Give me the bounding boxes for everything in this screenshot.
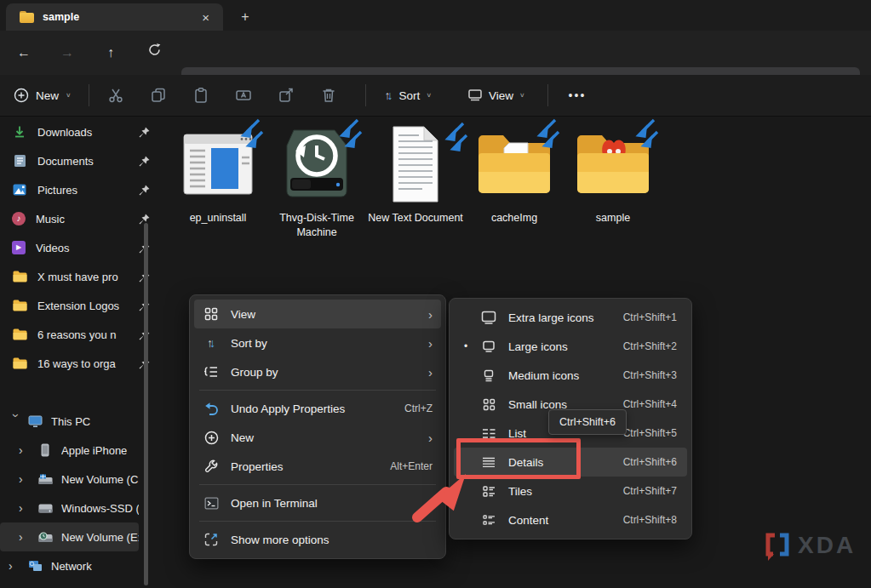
menu-item-new[interactable]: New › [194,423,441,452]
sidebar-pinned-section: Downloads Documents Pictures ♪ Music ▶ V… [12,117,153,378]
submenu-item-tiles[interactable]: Tiles Ctrl+Shift+7 [454,477,687,505]
menu-item-show-more-options[interactable]: Show more options [194,525,441,554]
refresh-button[interactable] [141,41,167,65]
sidebar-item-folder-3[interactable]: 6 reasons you n [12,320,153,349]
folder-icon [20,11,34,23]
file-new-text-document[interactable]: New Text Document [368,121,463,240]
tab-label: sample [43,11,197,23]
cut-icon [107,87,124,104]
chevron-collapsed-icon[interactable]: › [19,443,34,457]
folder-icon [467,121,562,208]
keyboard-shortcut-tooltip: Ctrl+Shift+6 [548,409,627,435]
folder-icon [565,121,661,208]
new-tab-button[interactable]: + [234,7,256,27]
xda-watermark: XDA [760,528,856,562]
music-icon: ♪ [12,212,26,225]
file-ep-uninstall[interactable]: ep_uninstall [170,121,266,240]
new-button[interactable]: New ∨ [0,80,83,111]
back-button[interactable]: ← [11,41,37,65]
compressed-icon [332,117,363,155]
small-icons-icon [480,396,497,413]
plus-circle-icon [203,429,220,446]
copy-button[interactable] [137,80,180,111]
sidebar-item-this-pc[interactable]: › This PC [0,407,139,436]
application-icon [170,121,266,208]
rename-icon [235,87,252,104]
chevron-expanded-icon[interactable]: › [9,414,23,429]
menu-item-sort-by[interactable]: ↑↓ Sort by › [194,328,441,357]
view-icon [467,88,483,103]
drive-icon [37,500,53,516]
chevron-collapsed-icon[interactable]: › [19,501,34,515]
sidebar-item-folder-2[interactable]: Extension Logos [12,291,153,320]
sidebar-scrollbar[interactable] [144,223,148,585]
submenu-item-large-icons[interactable]: • Large icons Ctrl+Shift+2 [454,332,687,361]
view-button[interactable]: View ∨ [454,80,539,111]
chevron-down-icon: ∨ [519,92,525,99]
file-name: sample [565,211,661,225]
up-button[interactable]: ↑ [98,41,123,65]
sidebar-item-music[interactable]: ♪ Music [12,204,153,233]
chevron-collapsed-icon[interactable]: › [19,472,34,486]
sort-icon: ↑↓ [385,88,393,102]
drive-e-icon [37,529,53,545]
command-bar: New ∨ [0,75,871,117]
xda-logo-brackets-icon [760,528,794,562]
share-button[interactable] [265,80,307,111]
menu-item-undo[interactable]: Undo Apply Properties Ctrl+Z [194,394,441,423]
file-thvg-disk-time-machine[interactable]: Thvg-Disk-Time Machine [269,121,364,240]
wrench-icon [203,458,220,475]
submenu-item-content[interactable]: Content Ctrl+Shift+8 [454,505,687,534]
sidebar-item-drive-c[interactable]: › New Volume (C:) [0,465,139,494]
sidebar-item-pictures[interactable]: Pictures [12,175,153,204]
shortcut-label: Ctrl+Shift+2 [623,340,677,352]
pin-icon [139,184,150,195]
menu-item-view[interactable]: View › [194,300,441,328]
menu-item-open-in-terminal[interactable]: Open in Terminal [194,488,441,517]
folder-sample[interactable]: sample [565,121,661,240]
sidebar-item-downloads[interactable]: Downloads [12,117,153,146]
sidebar-item-documents[interactable]: Documents [12,146,153,175]
shortcut-label: Ctrl+Shift+5 [623,427,677,439]
close-tab-icon[interactable]: × [197,10,215,25]
sort-button[interactable]: ↑↓ Sort ∨ [371,80,445,111]
cut-button[interactable] [95,80,137,111]
shortcut-label: Ctrl+Shift+4 [623,398,677,410]
chevron-collapsed-icon[interactable]: › [9,559,24,573]
sidebar-item-apple-iphone[interactable]: › Apple iPhone [0,436,139,465]
copy-icon [150,87,167,104]
sidebar-item-network[interactable]: › Network [0,551,139,580]
pictures-icon [12,182,27,197]
sidebar-item-drive-d[interactable]: › Windows-SSD (D [0,494,139,522]
paste-button[interactable] [180,80,222,111]
sidebar-item-videos[interactable]: ▶ Videos [12,233,153,262]
sidebar-item-folder-4[interactable]: 16 ways to orga [12,349,153,378]
sidebar-item-drive-e[interactable]: › New Volume (E:) [0,522,139,551]
menu-item-properties[interactable]: Properties Alt+Enter [194,452,441,481]
new-button-label: New [36,89,59,102]
menu-separator [199,390,436,391]
paste-icon [192,87,209,104]
delete-button[interactable] [307,80,350,111]
chevron-down-icon: ∨ [426,92,432,99]
shortcut-label: Ctrl+Shift+3 [623,369,677,381]
menu-item-group-by[interactable]: Group by › [194,357,441,386]
chevron-right-icon: › [428,431,433,445]
chevron-right-icon: › [428,336,433,351]
tab-sample[interactable]: sample × [6,3,223,31]
see-more-button[interactable]: ••• [553,88,602,102]
submenu-item-extra-large-icons[interactable]: Extra large icons Ctrl+Shift+1 [454,303,687,332]
folder-icon [12,356,27,371]
pin-icon [139,213,150,224]
drive-app-icon [269,121,364,208]
sidebar-item-folder-1[interactable]: X must have pro [12,262,153,291]
videos-icon: ▶ [12,241,26,254]
shortcut-label: Ctrl+Shift+6 [623,456,677,468]
compressed-icon [438,121,468,158]
extra-large-icons-icon [480,309,497,326]
rename-button[interactable] [222,80,265,111]
compressed-icon [530,117,560,155]
chevron-collapsed-icon[interactable]: › [19,530,34,544]
submenu-item-medium-icons[interactable]: Medium icons Ctrl+Shift+3 [454,361,687,390]
folder-cacheimg[interactable]: cacheImg [467,121,562,240]
